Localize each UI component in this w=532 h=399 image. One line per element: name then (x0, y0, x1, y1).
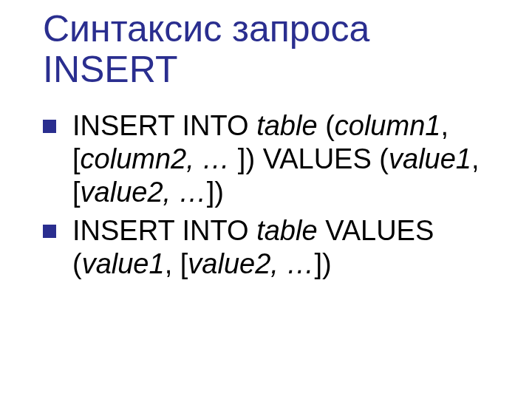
text-run-italic: value2, … (188, 248, 314, 279)
text-run-italic: table (256, 215, 317, 246)
text-run: ( (325, 110, 335, 141)
text-run: ]) (314, 248, 331, 279)
slide: Синтаксис запроса INSERT INSERT INTO tab… (0, 0, 532, 399)
text-run-italic: column1 (335, 110, 441, 141)
slide-body: INSERT INTO table (column1, [column2, … … (43, 109, 486, 287)
text-run: INSERT INTO (72, 215, 256, 246)
slide-title: Синтаксис запроса INSERT (43, 9, 501, 90)
text-run-italic: value1 (389, 143, 471, 174)
text-run: ]) VALUES ( (230, 143, 389, 174)
text-run: ]) (207, 177, 224, 208)
text-run-italic: value2, … (81, 177, 207, 208)
text-run: INSERT INTO (72, 110, 256, 141)
list-item: INSERT INTO table (column1, [column2, … … (43, 109, 486, 208)
text-run-italic: table (256, 110, 317, 141)
bullet-list: INSERT INTO table (column1, [column2, … … (43, 109, 486, 281)
text-run-italic: column2, … (81, 143, 231, 174)
text-run-italic: value1 (82, 248, 165, 279)
list-item: INSERT INTO table VALUES (value1, [value… (43, 214, 486, 281)
text-run: , [ (165, 248, 188, 279)
